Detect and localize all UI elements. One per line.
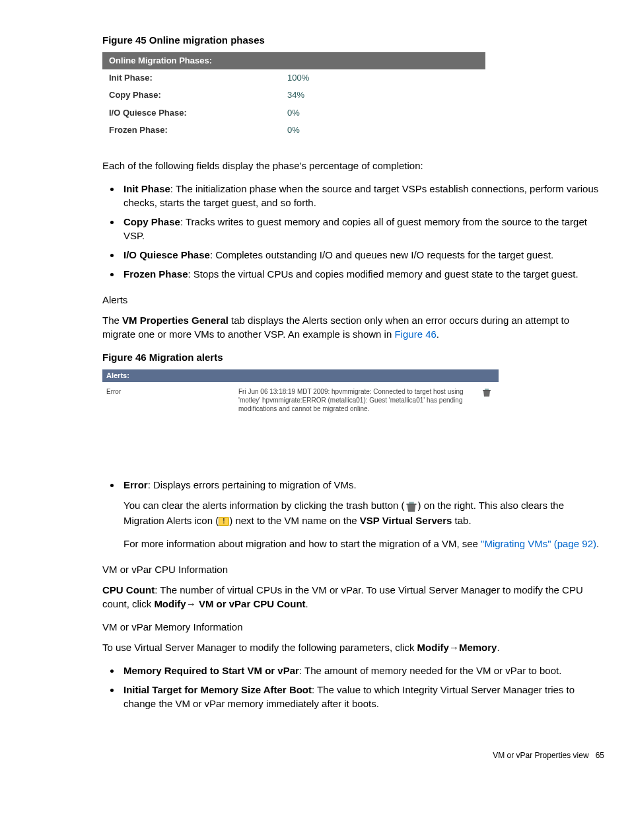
mem-item-title: Initial Target for Memory Size After Boo… xyxy=(123,684,312,695)
error-title: Error xyxy=(123,479,148,490)
page-footer: VM or vPar Properties view 65 xyxy=(102,750,604,761)
text: . xyxy=(596,538,599,549)
phase-desc: : Completes outstanding I/O and queues n… xyxy=(210,249,553,260)
memory-info-heading: VM or vPar Memory Information xyxy=(102,620,604,634)
phase-name: Init Phase xyxy=(123,183,170,194)
error-para2: You can clear the alerts information by … xyxy=(123,498,604,527)
text: . xyxy=(437,328,439,340)
trash-icon xyxy=(405,499,418,514)
text: . xyxy=(306,598,308,609)
phase-name: Copy Phase xyxy=(123,216,180,227)
phase-desc: : The initialization phase when the sour… xyxy=(123,183,598,208)
text: ) next to the VM name on the xyxy=(229,515,360,526)
alert-severity: Error xyxy=(106,387,238,397)
text: You can clear the alerts information by … xyxy=(123,500,405,511)
warning-icon xyxy=(219,517,229,526)
list-item: Frozen Phase: Stops the virtual CPUs and… xyxy=(121,267,604,281)
phase-label: Init Phase: xyxy=(102,69,281,87)
phase-label: I/O Quiesce Phase: xyxy=(102,104,281,122)
arrow: → xyxy=(449,642,459,653)
alerts-heading: Alerts xyxy=(102,293,604,307)
list-item: Copy Phase: Tracks writes to guest memor… xyxy=(121,215,604,243)
text-bold: Memory xyxy=(459,642,497,653)
phases-header: Online Migration Phases: xyxy=(102,52,485,69)
phase-value: 0% xyxy=(281,122,485,139)
text: . xyxy=(497,642,499,653)
error-para3: For more information about migration and… xyxy=(123,537,604,551)
error-desc: : Displays errors pertaining to migratio… xyxy=(148,479,357,490)
text: tab. xyxy=(452,515,471,526)
mem-item-desc: : The amount of memory needed for the VM… xyxy=(299,665,561,676)
text-bold: CPU Count xyxy=(102,584,155,595)
svg-rect-0 xyxy=(483,390,491,391)
text-bold: VM or vPar CPU Count xyxy=(199,598,306,609)
figure-46-link[interactable]: Figure 46 xyxy=(394,328,436,340)
table-row: Copy Phase: 34% xyxy=(102,87,485,104)
mem-item-title: Memory Required to Start VM or vPar xyxy=(123,665,299,676)
alerts-panel-header: Alerts: xyxy=(102,369,499,382)
intro-text: Each of the following fields display the… xyxy=(102,159,604,172)
memory-list: Memory Required to Start VM or vPar: The… xyxy=(102,664,604,710)
footer-text: VM or vPar Properties view xyxy=(493,751,588,760)
list-item: Error: Displays errors pertaining to mig… xyxy=(121,478,604,551)
phase-value: 100% xyxy=(281,69,485,87)
phase-description-list: Init Phase: The initialization phase whe… xyxy=(102,182,604,281)
list-item: Initial Target for Memory Size After Boo… xyxy=(121,683,604,710)
memory-intro: To use Virtual Server Manager to modify … xyxy=(102,640,604,654)
phase-name: I/O Quiesce Phase xyxy=(123,249,210,260)
svg-rect-1 xyxy=(406,504,416,505)
figure-45-caption: Figure 45 Online migration phases xyxy=(102,33,604,47)
cpu-count-paragraph: CPU Count: The number of virtual CPUs in… xyxy=(102,583,604,611)
phase-desc: : Tracks writes to guest memory and copi… xyxy=(123,216,587,241)
text-bold: Modify xyxy=(154,598,186,609)
error-list: Error: Displays errors pertaining to mig… xyxy=(102,478,604,551)
phase-desc: : Stops the virtual CPUs and copies modi… xyxy=(188,268,578,280)
text: The xyxy=(102,315,122,326)
text: For more information about migration and… xyxy=(123,538,481,549)
phase-value: 34% xyxy=(281,87,485,104)
alerts-paragraph: The VM Properties General tab displays t… xyxy=(102,313,604,341)
trash-icon[interactable] xyxy=(481,389,492,396)
alert-message: Fri Jun 06 13:18:19 MDT 2009: hpvmmigrat… xyxy=(238,387,481,413)
text-bold: VSP Virtual Servers xyxy=(360,515,452,526)
phase-name: Frozen Phase xyxy=(123,268,188,280)
text: To use Virtual Server Manager to modify … xyxy=(102,642,417,653)
page-number: 65 xyxy=(596,751,604,760)
arrow: → xyxy=(186,598,199,609)
figure-46-caption: Figure 46 Migration alerts xyxy=(102,350,604,364)
phase-label: Copy Phase: xyxy=(102,87,281,104)
list-item: Memory Required to Start VM or vPar: The… xyxy=(121,664,604,677)
cpu-info-heading: VM or vPar CPU Information xyxy=(102,562,604,576)
text-bold: VM Properties General xyxy=(122,315,228,326)
text-bold: Modify xyxy=(417,642,449,653)
migrating-vms-link[interactable]: "Migrating VMs" (page 92) xyxy=(481,538,596,549)
table-row: Init Phase: 100% xyxy=(102,69,485,87)
online-migration-phases-table: Online Migration Phases: Init Phase: 100… xyxy=(102,52,485,139)
list-item: Init Phase: The initialization phase whe… xyxy=(121,182,604,210)
list-item: I/O Quiesce Phase: Completes outstanding… xyxy=(121,248,604,262)
alerts-figure: Alerts: Error Fri Jun 06 13:18:19 MDT 20… xyxy=(102,369,499,459)
table-row: I/O Quiesce Phase: 0% xyxy=(102,104,485,122)
phase-value: 0% xyxy=(281,104,485,122)
phase-label: Frozen Phase: xyxy=(102,122,281,139)
table-row: Frozen Phase: 0% xyxy=(102,122,485,139)
